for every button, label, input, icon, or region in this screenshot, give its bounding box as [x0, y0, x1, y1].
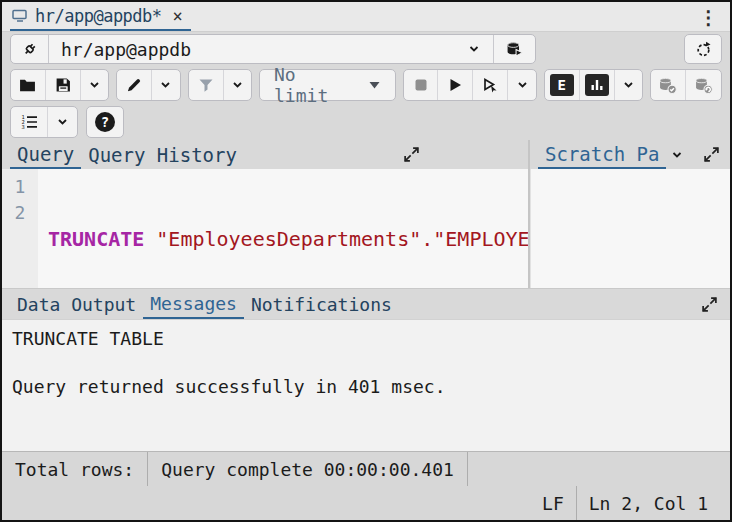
output-tabs: Data Output Messages Notifications [2, 289, 730, 319]
chevron-down-icon [88, 79, 101, 91]
expand-query-panel-button[interactable] [399, 140, 424, 169]
help-button[interactable]: ? [86, 106, 124, 138]
execute-button[interactable] [438, 70, 473, 100]
file-button-group [10, 69, 109, 101]
kebab-menu-icon[interactable]: ⋮ [699, 6, 718, 28]
query-complete-status: Query complete 00:00:00.401 [148, 452, 467, 486]
line-number: 2 [2, 200, 38, 226]
database-rollback-icon [695, 77, 713, 94]
terminal-icon [12, 9, 28, 23]
triangle-down-icon [368, 80, 381, 90]
tab-query-history[interactable]: Query History [81, 140, 244, 169]
editor-split-area: Query Query History 1 2 TRUNCATE"Employe… [2, 140, 730, 289]
scratch-panel-tabs: Scratch Pa [530, 140, 730, 169]
connection-group: hr/app@appdb [10, 34, 536, 64]
main-toolbar: No limit [2, 66, 730, 104]
expand-scratch-pad-button[interactable] [699, 140, 724, 169]
execute-options-button[interactable] [473, 70, 508, 100]
svg-text:3: 3 [21, 124, 24, 130]
eol-indicator[interactable]: LF [530, 486, 576, 520]
tab-messages[interactable]: Messages [143, 289, 244, 319]
pencil-icon [126, 77, 142, 93]
message-line: TRUNCATE TABLE [12, 327, 720, 351]
edit-button-group [116, 69, 180, 101]
stop-button[interactable] [404, 70, 439, 100]
message-line: Query returned successfully in 401 msec. [12, 375, 720, 399]
database-play-icon [506, 41, 524, 58]
edit-options-dropdown[interactable] [152, 70, 179, 100]
refresh-connection-button[interactable] [684, 34, 722, 64]
rollback-button[interactable] [686, 70, 721, 100]
tab-notifications[interactable]: Notifications [244, 289, 399, 319]
sql-keyword: TRUNCATE [48, 227, 144, 251]
connection-select-value: hr/app@appdb [61, 39, 191, 60]
play-icon [447, 77, 463, 93]
close-icon[interactable]: × [173, 6, 183, 26]
status-row-1: Total rows: Query complete 00:00:00.401 [2, 452, 730, 486]
chevron-down-icon [231, 79, 244, 91]
save-options-dropdown[interactable] [81, 70, 108, 100]
explain-dropdown[interactable] [615, 70, 642, 100]
total-rows-label: Total rows: [2, 452, 147, 486]
save-icon [55, 77, 71, 93]
query-document-tab[interactable]: hr/app@appdb* × [10, 2, 191, 31]
numbered-list-icon: 123 [21, 114, 38, 130]
scratch-pad-editor[interactable] [530, 169, 730, 288]
database-commit-icon [659, 77, 677, 94]
tab-data-output[interactable]: Data Output [10, 289, 143, 319]
scratch-pad-dropdown[interactable] [666, 140, 688, 169]
filter-icon [198, 78, 214, 93]
execute-button-group [403, 69, 537, 101]
sql-identifier: "EmployeesDepartments"."EMPLOYE [156, 227, 528, 251]
connection-select[interactable]: hr/app@appdb [49, 35, 493, 63]
expand-output-button[interactable] [697, 289, 722, 319]
connection-status-button[interactable] [11, 35, 49, 63]
filter-button[interactable] [189, 70, 224, 100]
document-tab-title: hr/app@appdb* [35, 6, 162, 26]
chevron-down-icon [467, 43, 481, 55]
explain-analyze-button[interactable] [580, 70, 615, 100]
chevron-down-icon [56, 116, 69, 128]
commit-button[interactable] [651, 70, 686, 100]
explain-button-group: E [544, 69, 643, 101]
secondary-toolbar: 123 ? [2, 104, 730, 140]
query-tool-window: hr/app@appdb* × ⋮ hr/app@appdb [0, 0, 732, 522]
sql-editor[interactable]: 1 2 TRUNCATE"EmployeesDepartments"."EMPL… [2, 169, 528, 288]
row-limit-dropdown[interactable]: No limit [259, 69, 395, 101]
connection-bar: hr/app@appdb [2, 32, 730, 66]
bar-chart-icon [585, 74, 609, 96]
stop-icon [413, 77, 429, 93]
open-file-button[interactable] [11, 70, 46, 100]
query-panel: Query Query History 1 2 TRUNCATE"Employe… [2, 140, 530, 288]
explain-icon: E [550, 74, 574, 96]
new-connection-button[interactable] [493, 35, 535, 63]
scratch-pad-panel: Scratch Pa [530, 140, 730, 288]
edit-button[interactable] [117, 70, 152, 100]
refresh-icon [695, 41, 712, 58]
output-area: Data Output Messages Notifications TRUNC… [2, 289, 730, 451]
execute-dropdown[interactable] [508, 70, 535, 100]
row-limit-value: No limit [274, 64, 354, 106]
line-number: 1 [2, 174, 38, 200]
sql-code[interactable]: TRUNCATE"EmployeesDepartments"."EMPLOYE [38, 169, 528, 288]
macros-button[interactable]: 123 [11, 107, 48, 137]
play-cursor-icon [482, 77, 498, 93]
message-blank-line [12, 351, 720, 375]
transaction-button-group [650, 69, 722, 101]
filter-options-dropdown[interactable] [224, 70, 251, 100]
tab-scratch-pad[interactable]: Scratch Pa [538, 140, 666, 169]
tab-query[interactable]: Query [10, 140, 81, 169]
explain-button[interactable]: E [545, 70, 580, 100]
macro-button-group: 123 [10, 106, 78, 138]
folder-icon [19, 78, 36, 93]
document-tab-bar: hr/app@appdb* × ⋮ [2, 2, 730, 32]
save-file-button[interactable] [46, 70, 81, 100]
messages-output[interactable]: TRUNCATE TABLE Query returned successful… [2, 319, 730, 451]
cursor-position: Ln 2, Col 1 [577, 486, 720, 520]
status-bar: Total rows: Query complete 00:00:00.401 … [2, 451, 730, 520]
chevron-down-icon [516, 79, 529, 91]
filter-button-group [188, 69, 252, 101]
macros-dropdown[interactable] [48, 107, 77, 137]
question-mark-icon: ? [95, 112, 115, 132]
code-line: TRUNCATE"EmployeesDepartments"."EMPLOYE [48, 226, 528, 252]
